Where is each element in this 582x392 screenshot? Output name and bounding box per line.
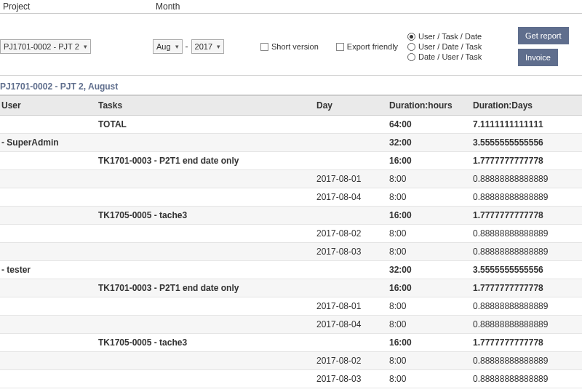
empty — [316, 265, 389, 275]
entry-days: 0.88888888888889 — [473, 228, 582, 239]
empty — [316, 283, 389, 293]
empty — [0, 210, 98, 220]
get-report-button[interactable]: Get report — [518, 27, 569, 44]
empty — [0, 301, 98, 311]
empty — [0, 319, 98, 329]
grouping-radio-0[interactable]: User / Task / Date — [407, 32, 509, 41]
empty — [98, 319, 316, 329]
entry-day: 2017-08-01 — [316, 301, 389, 311]
entry-hours: 8:00 — [389, 356, 473, 366]
controls-row: PJ1701-0002 - PJT 2 ▾ Aug ▾ - 2017 ▾ Sho… — [0, 14, 582, 76]
empty — [98, 356, 316, 366]
checkbox-icon — [260, 43, 268, 51]
entry-hours: 8:00 — [389, 228, 473, 239]
project-select[interactable]: PJ1701-0002 - PJT 2 ▾ — [0, 39, 91, 54]
month-year-separator: - — [186, 41, 188, 52]
empty — [0, 174, 98, 184]
task-row: TK1701-0003 - P2T1 end date only16:001.7… — [0, 279, 582, 297]
entry-row: 2017-08-028:000.88888888888889 — [0, 225, 582, 243]
task-days: 1.7777777777778 — [473, 210, 582, 220]
empty — [0, 356, 98, 366]
chevron-down-icon: ▾ — [175, 43, 179, 50]
empty — [98, 137, 316, 148]
chevron-down-icon: ▾ — [217, 43, 220, 50]
entry-days: 0.88888888888889 — [473, 247, 582, 257]
entry-day: 2017-08-04 — [316, 319, 389, 329]
empty — [0, 156, 98, 166]
grouping-radio-1[interactable]: User / Date / Task — [407, 42, 509, 51]
task-row: TK1705-0005 - tache316:001.7777777777778 — [0, 207, 582, 225]
short-version-checkbox[interactable]: Short version — [260, 42, 319, 51]
user-row: - SuperAdmin32:003.5555555555556 — [0, 134, 582, 152]
empty — [0, 337, 98, 348]
entry-days: 0.88888888888889 — [473, 356, 582, 366]
month-label: Month — [153, 0, 255, 13]
user-name: - SuperAdmin — [0, 137, 98, 148]
chevron-down-icon: ▾ — [84, 43, 87, 50]
project-select-value: PJ1701-0002 - PJT 2 — [4, 42, 79, 51]
grouping-radios: User / Task / DateUser / Date / TaskDate… — [407, 32, 509, 61]
col-day: Day — [316, 100, 389, 111]
grouping-radio-2[interactable]: Date / User / Task — [407, 52, 509, 61]
entry-hours: 8:00 — [389, 247, 473, 257]
entry-day: 2017-08-03 — [316, 374, 389, 384]
task-days: 1.7777777777778 — [473, 156, 582, 166]
grouping-radio-label: User / Date / Task — [418, 42, 482, 51]
empty — [98, 192, 316, 202]
total-row: TOTAL64:007.1111111111111 — [0, 116, 582, 134]
col-user: User — [0, 100, 98, 111]
empty — [316, 119, 389, 129]
empty — [98, 228, 316, 239]
invoice-button[interactable]: Invoice — [518, 49, 558, 66]
empty — [0, 374, 98, 384]
entry-days: 0.88888888888889 — [473, 192, 582, 202]
grouping-radio-label: User / Task / Date — [418, 32, 482, 41]
radio-icon — [407, 33, 415, 41]
entry-row: 2017-08-038:000.88888888888889 — [0, 243, 582, 261]
task-days: 1.7777777777778 — [473, 337, 582, 348]
entry-hours: 8:00 — [389, 192, 473, 202]
empty — [316, 210, 389, 220]
empty — [0, 247, 98, 257]
empty — [0, 192, 98, 202]
task-hours: 16:00 — [389, 210, 473, 220]
task-row: TK1705-0005 - tache316:001.7777777777778 — [0, 334, 582, 352]
month-select[interactable]: Aug ▾ — [153, 39, 183, 54]
entry-row: 2017-08-038:000.88888888888889 — [0, 370, 582, 388]
task-name: TK1701-0003 - P2T1 end date only — [98, 156, 316, 166]
col-tasks: Tasks — [98, 100, 316, 111]
empty — [0, 119, 98, 129]
user-name: - tester — [0, 265, 98, 275]
entry-row: 2017-08-048:000.88888888888889 — [0, 188, 582, 207]
export-friendly-label: Export friendly — [347, 42, 398, 51]
entry-row: 2017-08-028:000.88888888888889 — [0, 352, 582, 370]
col-duration-days: Duration:Days — [473, 100, 582, 111]
report-table: User Tasks Day Duration:hours Duration:D… — [0, 95, 582, 388]
user-row: - tester32:003.5555555555556 — [0, 261, 582, 279]
entry-day: 2017-08-04 — [316, 192, 389, 202]
empty — [0, 283, 98, 293]
short-version-label: Short version — [271, 42, 319, 51]
year-select[interactable]: 2017 ▾ — [191, 39, 224, 54]
radio-icon — [407, 53, 415, 61]
export-friendly-checkbox[interactable]: Export friendly — [336, 42, 398, 51]
task-name: TK1701-0003 - P2T1 end date only — [98, 283, 316, 293]
table-header: User Tasks Day Duration:hours Duration:D… — [0, 95, 582, 116]
task-hours: 16:00 — [389, 156, 473, 166]
empty — [98, 174, 316, 184]
user-days: 3.5555555555556 — [473, 265, 582, 275]
entry-row: 2017-08-018:000.88888888888889 — [0, 297, 582, 316]
entry-day: 2017-08-02 — [316, 228, 389, 239]
grouping-radio-label: Date / User / Task — [418, 52, 482, 61]
project-label: Project — [0, 0, 153, 13]
empty — [316, 137, 389, 148]
task-name: TK1705-0005 - tache3 — [98, 210, 316, 220]
year-select-value: 2017 — [195, 42, 212, 51]
total-label: TOTAL — [98, 119, 316, 129]
entry-day: 2017-08-01 — [316, 174, 389, 184]
empty — [98, 374, 316, 384]
radio-icon — [407, 43, 415, 51]
entry-row: 2017-08-018:000.88888888888889 — [0, 170, 582, 188]
total-hours: 64:00 — [389, 119, 473, 129]
empty — [98, 265, 316, 275]
